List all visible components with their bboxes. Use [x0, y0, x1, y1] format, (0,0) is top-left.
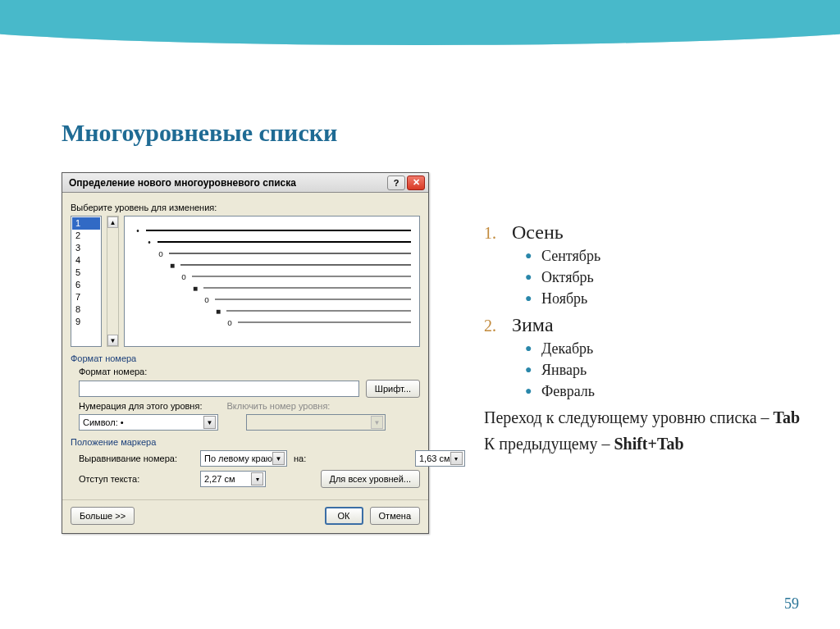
format-label: Формат номера:	[79, 367, 420, 376]
level-item[interactable]: 3	[72, 242, 100, 254]
numbering-label: Нумерация для этого уровня:	[79, 401, 202, 411]
at-spinner[interactable]: 1,63 см ▾	[415, 450, 465, 467]
slide-title: Многоуровневые списки	[62, 119, 337, 147]
chevron-down-icon: ▼	[203, 416, 216, 429]
level-item[interactable]: 9	[72, 316, 100, 328]
level-scrollbar[interactable]: ▲ ▼	[107, 216, 119, 347]
list-subitem: ●Ноябрь	[525, 288, 807, 309]
level-select-label: Выберите уровень для изменения:	[71, 203, 420, 212]
ok-button[interactable]: ОК	[325, 507, 363, 525]
level-item[interactable]: 8	[72, 303, 100, 316]
indent-label: Отступ текста:	[79, 474, 194, 484]
indent-spinner[interactable]: 2,27 см ▾	[200, 471, 266, 487]
spinner-icon: ▾	[251, 472, 263, 485]
chevron-down-icon: ▼	[272, 452, 285, 465]
multilevel-list-dialog: Определение нового многоуровневого списк…	[62, 172, 429, 534]
list-subitem: ●Сентябрь	[525, 245, 807, 267]
include-level-select: ▼	[246, 414, 386, 431]
list-subitem: ●Декабрь	[525, 338, 807, 359]
scroll-up-icon[interactable]: ▲	[107, 217, 118, 228]
list-subitem: ●Февраль	[525, 381, 807, 402]
chevron-down-icon: ▼	[371, 416, 383, 429]
cancel-button[interactable]: Отмена	[370, 507, 420, 525]
bullet-icon: ●	[525, 381, 541, 402]
scroll-down-icon[interactable]: ▼	[107, 335, 118, 346]
level-item[interactable]: 7	[72, 291, 100, 303]
dialog-titlebar[interactable]: Определение нового многоуровневого списк…	[62, 173, 428, 193]
at-label: на:	[294, 454, 409, 463]
number-format-input[interactable]	[79, 381, 359, 397]
alignment-label: Выравнивание номера:	[79, 454, 194, 463]
list-item: 1. Осень	[484, 221, 807, 244]
font-button[interactable]: Шрифт...	[366, 380, 420, 398]
hint-text: К предыдущему – Shift+Tab	[484, 433, 807, 454]
level-listbox[interactable]: 1 2 3 4 5 6 7 8 9	[71, 216, 102, 347]
list-item: 2. Зима	[484, 314, 807, 336]
position-section-title: Положение маркера	[71, 437, 420, 447]
level-item[interactable]: 2	[72, 230, 100, 242]
list-preview: • • o ■ o ■ o ■ o	[124, 216, 420, 347]
include-level-label: Включить номер уровня:	[226, 401, 341, 411]
close-button[interactable]: ✕	[407, 175, 425, 190]
list-subitem: ●Январь	[525, 359, 807, 381]
more-button[interactable]: Больше >>	[71, 507, 135, 525]
bullet-icon: ●	[525, 267, 541, 288]
format-section-title: Формат номера	[71, 353, 420, 363]
example-content: 1. Осень ●Сентябрь ●Октябрь ●Ноябрь 2. З…	[484, 221, 807, 454]
bullet-icon: ●	[525, 245, 541, 267]
level-item[interactable]: 5	[72, 267, 100, 279]
hint-text: Переход к следующему уровню списка – Tab	[484, 407, 807, 428]
level-item[interactable]: 1	[72, 217, 100, 230]
help-button[interactable]: ?	[387, 175, 405, 190]
spinner-icon: ▾	[450, 452, 463, 465]
page-number: 59	[784, 595, 799, 613]
decorative-waves	[0, 0, 840, 98]
level-item[interactable]: 6	[72, 279, 100, 291]
numbering-select[interactable]: Символ: • ▼	[79, 414, 218, 431]
alignment-select[interactable]: По левому краю ▼	[200, 450, 287, 467]
bullet-icon: ●	[525, 338, 541, 359]
dialog-title: Определение нового многоуровневого списк…	[69, 177, 296, 189]
level-item[interactable]: 4	[72, 254, 100, 267]
list-subitem: ●Октябрь	[525, 267, 807, 288]
bullet-icon: ●	[525, 288, 541, 309]
bullet-icon: ●	[525, 359, 541, 381]
all-levels-button[interactable]: Для всех уровней...	[321, 470, 421, 488]
